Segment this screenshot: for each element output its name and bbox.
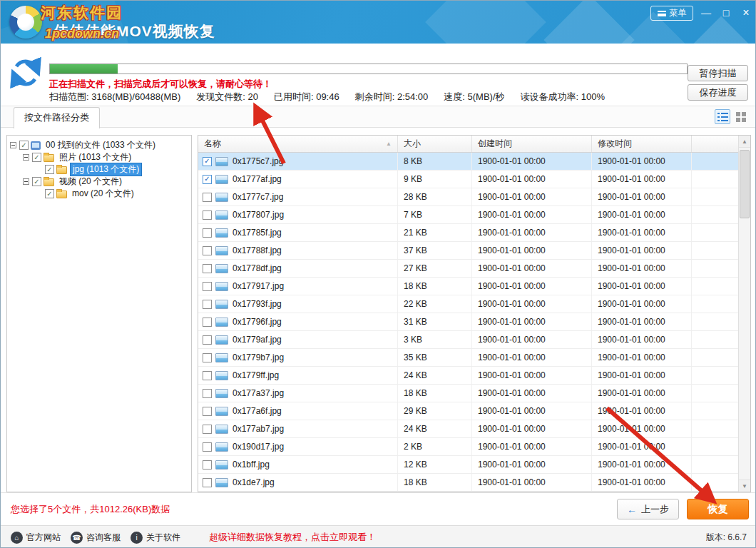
row-checkbox[interactable] xyxy=(203,425,212,434)
folder-icon xyxy=(56,191,67,198)
table-row[interactable]: 0x17788f.jpg 37 KB 1900-01-01 00:00 1900… xyxy=(198,242,740,260)
row-checkbox[interactable] xyxy=(203,371,212,380)
table-row[interactable]: 0x1779af.jpg 3 KB 1900-01-01 00:00 1900-… xyxy=(198,331,740,349)
row-filler xyxy=(692,456,740,473)
row-checkbox[interactable] xyxy=(203,442,212,452)
file-modified: 1900-01-01 00:00 xyxy=(592,438,692,455)
tree-item[interactable]: ✓视频 (20 个文件) xyxy=(7,176,191,188)
row-checkbox[interactable] xyxy=(203,353,212,362)
row-checkbox[interactable] xyxy=(203,264,212,273)
table-row[interactable]: 0x177a6f.jpg 29 KB 1900-01-01 00:00 1900… xyxy=(198,402,740,420)
tree-item[interactable]: ✓照片 (1013 个文件) xyxy=(7,151,191,163)
row-checkbox[interactable] xyxy=(203,478,212,487)
row-checkbox[interactable] xyxy=(203,193,212,202)
file-modified: 1900-01-01 00:00 xyxy=(592,171,692,188)
folder-icon xyxy=(44,178,54,186)
table-row[interactable]: 0x17785f.jpg 21 KB 1900-01-01 00:00 1900… xyxy=(198,224,740,242)
tree-checkbox[interactable]: ✓ xyxy=(19,141,29,150)
table-row[interactable]: ✓ 0x1775c7.jpg 8 KB 1900-01-01 00:00 190… xyxy=(198,153,740,171)
tree-checkbox[interactable]: ✓ xyxy=(32,153,41,162)
table-row[interactable]: 0x17793f.jpg 22 KB 1900-01-01 00:00 1900… xyxy=(198,295,740,313)
table-row[interactable]: ✓ 0x1777af.jpg 9 KB 1900-01-01 00:00 190… xyxy=(198,171,740,188)
row-checkbox[interactable]: ✓ xyxy=(203,157,212,166)
row-filler xyxy=(692,349,740,366)
list-view-button[interactable] xyxy=(715,109,730,124)
column-header-size[interactable]: 大小 xyxy=(398,136,472,152)
tree-item[interactable]: ✓00 找到的文件 (1033 个文件) xyxy=(7,139,191,151)
row-checkbox[interactable] xyxy=(203,460,212,470)
file-table: 名称 ▲ 大小 创建时间 修改时间 ✓ 0x1775c7.jpg 8 KB 19… xyxy=(198,135,751,492)
file-created: 1900-01-01 00:00 xyxy=(472,278,592,295)
table-row[interactable]: 0x1779b7.jpg 35 KB 1900-01-01 00:00 1900… xyxy=(198,349,740,367)
about-software-link[interactable]: i 关于软件 xyxy=(131,532,180,544)
image-file-icon xyxy=(215,175,228,184)
recover-button[interactable]: 恢复 xyxy=(687,499,749,519)
table-row[interactable]: 0x177917.jpg 18 KB 1900-01-01 00:00 1900… xyxy=(198,278,740,295)
table-row[interactable]: 0x1de7.jpg 18 KB 1900-01-01 00:00 1900-0… xyxy=(198,474,740,492)
file-size: 18 KB xyxy=(398,474,472,491)
table-row[interactable]: 0x177a37.jpg 18 KB 1900-01-01 00:00 1900… xyxy=(198,385,740,402)
file-size: 22 KB xyxy=(398,295,472,313)
file-created: 1900-01-01 00:00 xyxy=(472,349,592,366)
file-size: 21 KB xyxy=(398,224,472,241)
row-checkbox[interactable] xyxy=(203,335,212,345)
file-modified: 1900-01-01 00:00 xyxy=(592,242,692,259)
tree-checkbox[interactable]: ✓ xyxy=(32,177,41,186)
row-checkbox[interactable] xyxy=(203,300,212,309)
previous-step-label: 上一步 xyxy=(641,503,669,516)
row-checkbox[interactable]: ✓ xyxy=(203,175,212,184)
file-modified: 1900-01-01 00:00 xyxy=(592,313,692,330)
tree-checkbox[interactable]: ✓ xyxy=(45,165,54,174)
grid-view-button[interactable] xyxy=(733,109,749,124)
tree-expander-icon[interactable] xyxy=(23,154,29,161)
tree-expander-icon[interactable] xyxy=(23,178,29,185)
tab-file-path-category[interactable]: 按文件路径分类 xyxy=(14,107,100,128)
row-checkbox[interactable] xyxy=(203,210,212,220)
row-checkbox[interactable] xyxy=(203,246,212,255)
scrollbar-thumb[interactable] xyxy=(740,150,750,218)
table-row[interactable]: 0x190d17.jpg 2 KB 1900-01-01 00:00 1900-… xyxy=(198,438,740,456)
vertical-scrollbar[interactable]: ▲ ▼ xyxy=(738,136,750,492)
table-row[interactable]: 0x17796f.jpg 31 KB 1900-01-01 00:00 1900… xyxy=(198,313,740,331)
scroll-down-button[interactable]: ▼ xyxy=(739,480,750,492)
column-header-created[interactable]: 创建时间 xyxy=(472,136,592,152)
row-filler xyxy=(692,402,740,420)
save-progress-button[interactable]: 保存进度 xyxy=(688,84,748,101)
row-filler xyxy=(692,206,740,223)
row-checkbox[interactable] xyxy=(203,389,212,398)
row-checkbox[interactable] xyxy=(203,228,212,238)
tree-checkbox[interactable]: ✓ xyxy=(45,189,54,198)
tutorial-promo-link[interactable]: 超级详细数据恢复教程，点击立即观看！ xyxy=(209,531,376,544)
table-row[interactable]: 0x1779ff.jpg 24 KB 1900-01-01 00:00 1900… xyxy=(198,367,740,385)
tree-expander-icon[interactable] xyxy=(10,142,16,148)
previous-step-button[interactable]: ← 上一步 xyxy=(617,499,679,519)
app-logo xyxy=(9,6,42,39)
row-checkbox[interactable] xyxy=(203,407,212,416)
image-file-icon xyxy=(215,300,228,309)
menu-button[interactable]: 菜单 xyxy=(650,6,693,21)
row-checkbox[interactable] xyxy=(203,318,212,327)
column-header-name[interactable]: 名称 ▲ xyxy=(198,136,398,152)
tree-item[interactable]: ✓jpg (1013 个文件) xyxy=(7,163,191,176)
row-checkbox[interactable] xyxy=(203,282,212,291)
table-row[interactable]: 0x1777c7.jpg 28 KB 1900-01-01 00:00 1900… xyxy=(198,188,740,206)
table-row[interactable]: 0x177ab7.jpg 24 KB 1900-01-01 00:00 1900… xyxy=(198,420,740,438)
scan-progress-bar xyxy=(49,64,688,74)
file-table-header: 名称 ▲ 大小 创建时间 修改时间 xyxy=(198,136,740,153)
scan-stat: 速度: 5(MB)/秒 xyxy=(444,91,504,102)
maximize-button[interactable]: □ xyxy=(717,5,735,21)
image-file-icon xyxy=(215,389,228,398)
table-row[interactable]: 0x1778df.jpg 27 KB 1900-01-01 00:00 1900… xyxy=(198,260,740,278)
list-view-icon xyxy=(717,112,728,121)
official-website-link[interactable]: ⌂ 官方网站 xyxy=(11,532,61,544)
minimize-button[interactable]: — xyxy=(697,5,715,21)
close-button[interactable]: × xyxy=(737,5,755,21)
file-modified: 1900-01-01 00:00 xyxy=(592,206,692,223)
pause-scan-button[interactable]: 暂停扫描 xyxy=(688,65,748,81)
customer-service-link[interactable]: ☎ 咨询客服 xyxy=(71,532,121,544)
tree-item[interactable]: ✓mov (20 个文件) xyxy=(7,188,191,200)
scroll-up-button[interactable]: ▲ xyxy=(739,136,750,148)
table-row[interactable]: 0x177807.jpg 7 KB 1900-01-01 00:00 1900-… xyxy=(198,206,740,224)
table-row[interactable]: 0x1bff.jpg 12 KB 1900-01-01 00:00 1900-0… xyxy=(198,456,740,474)
column-header-modified[interactable]: 修改时间 xyxy=(592,136,692,152)
